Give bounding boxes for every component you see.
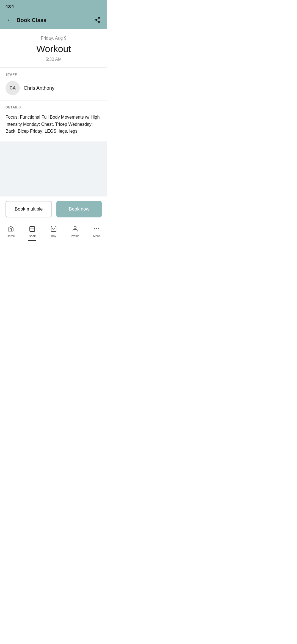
nav-item-home[interactable]: Home <box>0 224 21 239</box>
share-button[interactable] <box>93 16 102 24</box>
class-date: Friday, Aug 9 <box>6 36 102 41</box>
header: ← Book Class <box>0 12 107 29</box>
nav-label-book: Book <box>29 234 35 238</box>
status-time: 4:04 <box>6 4 14 9</box>
nav-label-profile: Profile <box>71 234 79 238</box>
details-text: Focus: Functional Full Body Movements w/… <box>6 114 102 135</box>
buy-icon <box>50 225 57 233</box>
svg-point-11 <box>94 228 95 229</box>
details-section: DETAILS Focus: Functional Full Body Move… <box>0 100 107 141</box>
svg-point-12 <box>96 228 97 229</box>
nav-label-more: More <box>93 234 100 238</box>
nav-item-book[interactable]: Book <box>21 224 43 239</box>
staff-avatar: CA <box>6 81 20 95</box>
back-arrow-icon: ← <box>7 17 13 24</box>
action-buttons: Book multiple Book now <box>0 197 107 222</box>
svg-point-13 <box>98 228 99 229</box>
gray-area <box>0 141 107 197</box>
staff-row: CA Chris Anthony <box>6 81 102 95</box>
header-title: Book Class <box>16 17 46 23</box>
bottom-nav: Home Book Buy <box>0 222 107 243</box>
staff-section-label: STAFF <box>6 73 102 77</box>
status-bar: 4:04 <box>0 0 107 12</box>
book-icon <box>29 225 35 233</box>
book-now-button[interactable]: Book now <box>56 201 102 217</box>
class-time: 5:30 AM <box>6 57 102 62</box>
main-content: Friday, Aug 9 Workout 5:30 AM STAFF CA C… <box>0 29 107 222</box>
staff-name: Chris Anthony <box>24 85 54 91</box>
class-info-section: Friday, Aug 9 Workout 5:30 AM <box>0 29 107 68</box>
share-icon <box>94 17 101 23</box>
svg-rect-5 <box>30 227 35 231</box>
header-left: ← Book Class <box>6 15 46 25</box>
class-name: Workout <box>6 43 102 54</box>
staff-section: STAFF CA Chris Anthony <box>0 68 107 100</box>
svg-point-10 <box>74 226 76 228</box>
nav-item-buy[interactable]: Buy <box>43 224 64 239</box>
staff-initials: CA <box>9 86 16 91</box>
home-icon <box>7 225 14 233</box>
svg-line-3 <box>97 21 98 22</box>
more-icon <box>93 225 100 233</box>
details-section-label: DETAILS <box>6 105 102 109</box>
nav-label-home: Home <box>7 234 15 238</box>
svg-line-4 <box>97 19 98 20</box>
back-button[interactable]: ← <box>6 15 14 25</box>
nav-item-more[interactable]: More <box>86 224 107 239</box>
book-multiple-button[interactable]: Book multiple <box>6 201 52 217</box>
nav-label-buy: Buy <box>51 234 56 238</box>
nav-item-profile[interactable]: Profile <box>64 224 86 239</box>
profile-icon <box>72 225 78 233</box>
